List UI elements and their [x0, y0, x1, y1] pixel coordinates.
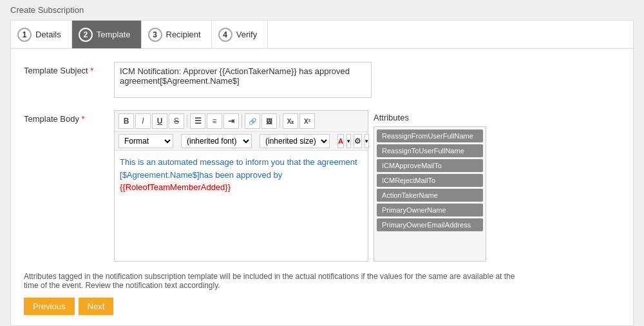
underline-button[interactable]: U — [152, 113, 167, 129]
font-color-button[interactable]: A — [337, 134, 344, 148]
subject-row: Template Subject * ICM Notification: App… — [24, 62, 620, 100]
toolbar-sep-2 — [242, 115, 242, 128]
font-color-chevron[interactable]: ▾ — [346, 134, 351, 148]
editor-content[interactable]: This is an automated message to inform y… — [120, 157, 357, 192]
step-label-verify: Verify — [236, 30, 258, 39]
attr-item-reassign-from[interactable]: ReassignFromUserFullName — [377, 129, 483, 142]
body-label: Template Body * — [24, 110, 114, 124]
subject-input[interactable]: ICM Notification: Approver {{ActionTaker… — [114, 62, 372, 98]
toolbar-row1: B I U S ☰ ≡ ⇥ 🔗 🖼 X₂ — [115, 111, 368, 132]
page-title: Create Subscription — [10, 5, 634, 15]
attr-item-reassign-to[interactable]: ReassignToUserFullName — [377, 144, 483, 157]
attr-item-primary-owner[interactable]: PrimaryOwnerName — [377, 204, 483, 216]
toolbar-sep-1 — [187, 115, 187, 128]
attributes-list: ReassignFromUserFullName ReassignToUserF… — [374, 126, 486, 262]
bold-button[interactable]: B — [118, 113, 134, 129]
toolbar-row2: Format Heading 1 Heading 2 Normal (inher… — [115, 132, 368, 151]
footer-note: Attributes tagged in the notification su… — [24, 272, 526, 290]
body-field: B I U S ☰ ≡ ⇥ 🔗 🖼 X₂ — [114, 110, 620, 262]
step-number-4: 4 — [218, 28, 232, 42]
step-label-details: Details — [35, 30, 61, 39]
nav-buttons: Previous Next — [24, 298, 620, 315]
previous-button[interactable]: Previous — [24, 298, 75, 315]
toolbar-sep-3 — [279, 115, 280, 128]
ordered-list-button[interactable]: ≡ — [207, 113, 222, 129]
editor-container: B I U S ☰ ≡ ⇥ 🔗 🖼 X₂ — [114, 110, 620, 262]
wizard-steps: 1 Details 2 Template 3 Recipient 4 Verif… — [10, 20, 634, 48]
editor-body[interactable]: This is an automated message to inform y… — [115, 151, 368, 254]
step-details[interactable]: 1 Details — [11, 21, 72, 48]
step-label-template: Template — [97, 30, 131, 39]
unordered-list-button[interactable]: ☰ — [190, 113, 205, 129]
format-select[interactable]: Format Heading 1 Heading 2 Normal — [118, 134, 173, 148]
step-template[interactable]: 2 Template — [72, 21, 142, 48]
link-button[interactable]: 🔗 — [245, 113, 260, 129]
size-select[interactable]: (inherited size) 8pt 10pt 12pt — [260, 134, 330, 148]
step-number-1: 1 — [17, 28, 32, 42]
step-number-3: 3 — [148, 28, 162, 42]
page-container: Create Subscription 1 Details 2 Template… — [0, 0, 644, 326]
step-recipient[interactable]: 3 Recipient — [142, 21, 212, 48]
attr-item-icm-approve[interactable]: ICMApproveMailTo — [377, 159, 483, 172]
attr-item-action-taker[interactable]: ActionTakerName — [377, 189, 483, 202]
editor-main: B I U S ☰ ≡ ⇥ 🔗 🖼 X₂ — [114, 110, 368, 262]
attr-item-primary-email[interactable]: PrimaryOwnerEmailAddress — [377, 218, 483, 231]
attr-item-icm-reject[interactable]: ICMRejectMailTo — [377, 174, 483, 187]
subscript-button[interactable]: X₂ — [283, 113, 298, 129]
step-label-recipient: Recipient — [166, 30, 201, 39]
attributes-panel: Attributes ReassignFromUserFullName Reas… — [374, 110, 486, 262]
attributes-title: Attributes — [374, 110, 486, 126]
strikethrough-button[interactable]: S — [169, 113, 184, 129]
content-area: Template Subject * ICM Notification: App… — [10, 48, 634, 326]
indent-button[interactable]: ⇥ — [223, 113, 239, 129]
body-row: Template Body * B I U S ☰ ≡ — [24, 110, 620, 262]
superscript-button[interactable]: X² — [299, 113, 315, 129]
italic-button[interactable]: I — [135, 113, 151, 129]
step-number-2: 2 — [79, 28, 93, 42]
font-select[interactable]: (inherited font) Arial Times New Roman — [181, 134, 252, 148]
image-button[interactable]: 🖼 — [261, 113, 277, 129]
next-button[interactable]: Next — [79, 298, 114, 315]
subject-field: ICM Notification: Approver {{ActionTaker… — [114, 62, 620, 100]
gear-button[interactable]: ⚙ — [354, 134, 362, 148]
step-verify[interactable]: 4 Verify — [212, 21, 269, 48]
gear-chevron[interactable]: ▾ — [365, 134, 369, 148]
subject-label: Template Subject * — [24, 62, 114, 75]
